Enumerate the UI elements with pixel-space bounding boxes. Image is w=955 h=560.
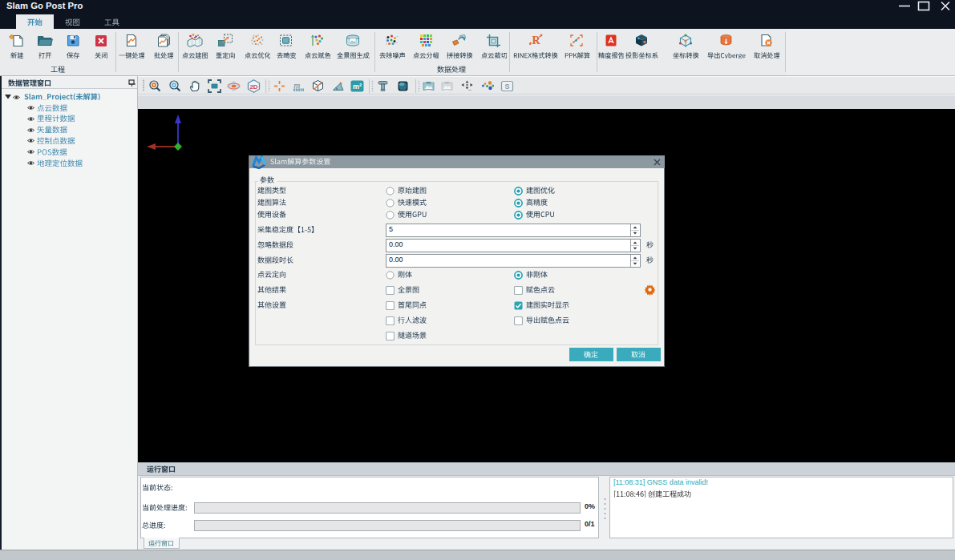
svg-text:S: S (504, 83, 509, 91)
svg-text:m²: m² (353, 83, 362, 91)
svg-text:2D: 2D (249, 83, 257, 91)
svg-text:.R: .R (529, 34, 541, 46)
svg-text:m: m (293, 80, 300, 90)
